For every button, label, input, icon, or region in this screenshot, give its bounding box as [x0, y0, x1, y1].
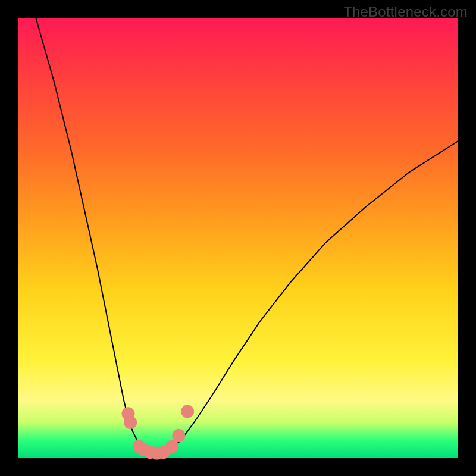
data-marker: [124, 416, 137, 429]
series-left-curve: [36, 18, 151, 453]
data-marker: [181, 405, 194, 418]
data-marker: [165, 440, 178, 453]
watermark-text: TheBottleneck.com: [343, 4, 468, 20]
series-right-curve: [164, 142, 458, 453]
chart-svg: [18, 18, 458, 458]
chart-frame: TheBottleneck.com: [0, 0, 476, 476]
plot-area: [18, 18, 458, 458]
data-marker: [172, 429, 185, 442]
